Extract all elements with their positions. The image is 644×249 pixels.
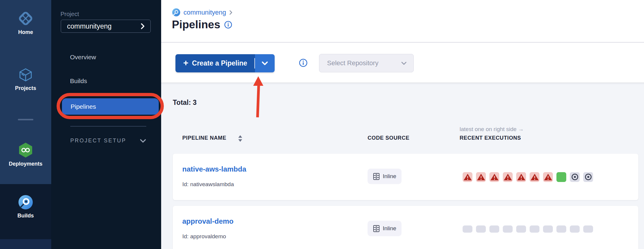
rail-divider <box>18 119 33 120</box>
create-pipeline-caret-button[interactable] <box>255 54 275 72</box>
execution-status-failed[interactable] <box>463 172 472 182</box>
breadcrumb-chevron-icon <box>229 10 233 15</box>
panel-divider <box>70 126 146 127</box>
rail-item-builds[interactable]: Builds <box>0 194 51 219</box>
main-area: communityeng Pipelines + Create a Pipeli… <box>161 0 644 249</box>
sort-icon[interactable] <box>238 135 243 142</box>
panel-item-builds[interactable]: Builds <box>70 77 87 85</box>
breadcrumb: communityeng <box>172 8 233 17</box>
create-pipeline-button[interactable]: + Create a Pipeline <box>175 54 255 72</box>
pipeline-name-link[interactable]: native-aws-lambda <box>182 165 246 173</box>
execution-status-failed[interactable] <box>476 172 486 182</box>
project-panel: Project communityeng Overview Builds Pip… <box>51 0 161 249</box>
breadcrumb-project-link[interactable]: communityeng <box>183 9 226 16</box>
execution-status-empty <box>503 225 513 233</box>
execution-status-empty <box>516 225 526 233</box>
inline-store-icon <box>373 225 380 232</box>
execution-status-empty <box>556 225 566 233</box>
project-setup-label: PROJECT SETUP <box>70 138 126 144</box>
execution-status-empty <box>463 225 472 233</box>
execution-status-failed[interactable] <box>530 172 539 182</box>
project-selector[interactable]: communityeng <box>61 20 151 33</box>
panel-item-overview[interactable]: Overview <box>70 54 96 61</box>
chevron-right-icon <box>140 23 145 30</box>
latest-note: latest one on right side → <box>460 126 524 133</box>
rail-label-deployments: Deployments <box>0 161 51 167</box>
app-root: Home Projects Deployments <box>0 0 644 249</box>
panel-item-pipelines-label: Pipelines <box>71 103 96 110</box>
pipeline-id: Id: approvaldemo <box>182 233 226 240</box>
page-header: communityeng Pipelines <box>161 0 644 43</box>
create-pipeline-split-button: + Create a Pipeline <box>175 54 275 72</box>
projects-cube-icon <box>18 67 34 83</box>
code-source-label: Inline <box>383 225 396 232</box>
chevron-down-icon <box>401 61 407 65</box>
project-setup-toggle[interactable]: PROJECT SETUP <box>70 138 146 144</box>
rail-item-projects[interactable]: Projects <box>0 67 51 91</box>
project-selector-value: communityeng <box>67 22 112 30</box>
rail-item-home[interactable]: Home <box>0 10 51 35</box>
execution-status-empty <box>583 225 593 233</box>
pipeline-name-link[interactable]: approval-demo <box>182 217 234 225</box>
column-header-pipeline-name: PIPELINE NAME <box>182 135 226 141</box>
pipelines-list-section: Total: 3 latest one on right side → PIPE… <box>161 83 644 249</box>
select-repository-dropdown[interactable]: Select Repository <box>319 54 414 72</box>
pipeline-row[interactable]: approval-demo Id: approvaldemo Inline <box>173 206 638 249</box>
rail-next-module-bg <box>0 239 51 249</box>
title-info-icon[interactable] <box>224 21 232 29</box>
code-source-badge: Inline <box>368 169 402 184</box>
inline-store-icon <box>373 173 380 180</box>
execution-status-failed[interactable] <box>543 172 553 182</box>
execution-status-failed[interactable] <box>503 172 513 182</box>
column-header-recent-executions: RECENT EXECUTIONS <box>460 135 521 141</box>
execution-status-failed[interactable] <box>516 172 526 182</box>
rail-label-builds: Builds <box>0 213 51 219</box>
project-label: Project <box>60 11 79 18</box>
home-icon <box>17 10 34 27</box>
column-header-code-source: CODE SOURCE <box>368 135 410 141</box>
project-ci-icon <box>172 8 181 17</box>
chevron-down-icon <box>261 61 268 66</box>
create-info-icon[interactable] <box>299 59 307 67</box>
code-source-badge: Inline <box>368 221 402 236</box>
execution-status-aborted[interactable] <box>570 172 580 182</box>
execution-status-empty <box>476 225 486 233</box>
total-count: Total: 3 <box>173 99 197 107</box>
module-rail: Home Projects Deployments <box>0 0 51 249</box>
button-divider <box>254 58 255 69</box>
rail-label-home: Home <box>0 29 51 35</box>
page-title: Pipelines <box>172 18 220 31</box>
execution-status-empty <box>570 225 580 233</box>
recent-executions <box>463 223 593 235</box>
pipeline-rows: native-aws-lambda Id: nativeawslambda In… <box>173 154 638 249</box>
execution-status-failed[interactable] <box>489 172 499 182</box>
execution-status-aborted[interactable] <box>583 172 593 182</box>
execution-status-empty <box>543 225 553 233</box>
rail-label-projects: Projects <box>0 85 51 91</box>
chevron-down-icon <box>140 139 146 143</box>
plus-icon: + <box>183 58 189 67</box>
pipeline-id: Id: nativeawslambda <box>182 181 234 188</box>
create-pipeline-label: Create a Pipeline <box>192 59 247 67</box>
recent-executions <box>463 171 593 183</box>
deployments-icon <box>18 142 34 158</box>
builds-icon <box>18 194 34 210</box>
code-source-label: Inline <box>383 173 396 180</box>
rail-item-deployments[interactable]: Deployments <box>0 142 51 167</box>
execution-status-empty <box>489 225 499 233</box>
execution-status-success[interactable] <box>556 172 566 182</box>
execution-status-empty <box>530 225 539 233</box>
toolbar: + Create a Pipeline Select Repository <box>161 43 644 83</box>
panel-item-pipelines[interactable]: Pipelines <box>62 98 159 115</box>
pipeline-row[interactable]: native-aws-lambda Id: nativeawslambda In… <box>173 154 638 200</box>
select-repository-value: Select Repository <box>327 59 378 67</box>
